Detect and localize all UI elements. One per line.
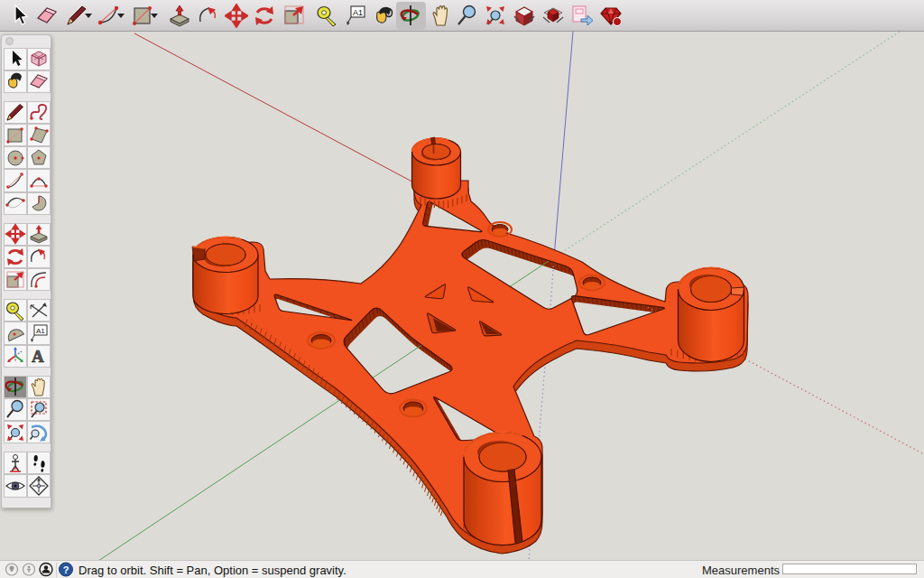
svg-text:A1: A1 [353, 8, 363, 17]
svg-text:A: A [32, 347, 44, 366]
svg-text:A1: A1 [36, 327, 45, 335]
svg-text:?: ? [63, 564, 69, 575]
